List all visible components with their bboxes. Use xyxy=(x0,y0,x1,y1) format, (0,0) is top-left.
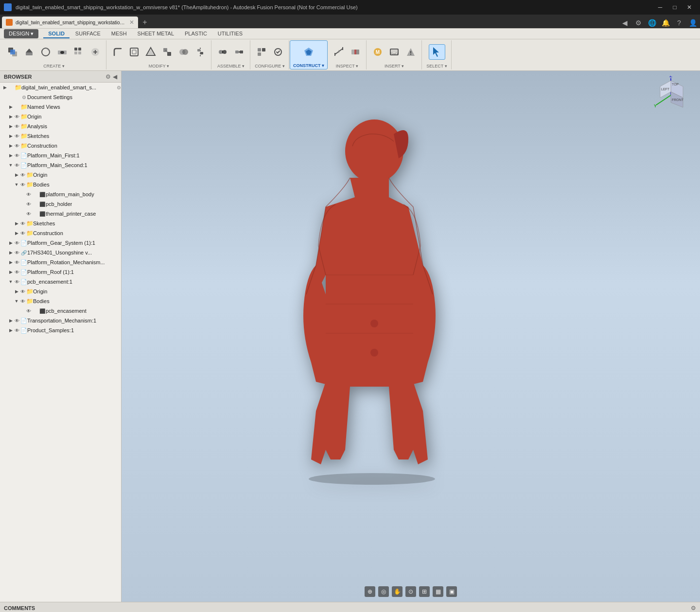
visibility-icon-19[interactable]: 👁 xyxy=(14,259,20,266)
visibility-icon-26[interactable]: 👁 xyxy=(14,327,20,334)
visibility-icon-22[interactable]: 👁 xyxy=(19,288,26,295)
minimize-button[interactable]: ─ xyxy=(653,2,667,12)
active-tab[interactable]: digital_twin_enabled_smart_shipping_work… xyxy=(2,17,138,28)
joint-button[interactable] xyxy=(215,45,230,59)
help-icon[interactable]: ? xyxy=(674,17,684,28)
add-tab-button[interactable]: + xyxy=(139,17,151,28)
item-gear-1[interactable]: ⚙ xyxy=(117,85,121,90)
visibility-icon-25[interactable]: 👁 xyxy=(14,317,20,324)
visibility-icon-18[interactable]: 👁 xyxy=(14,249,20,256)
comments-settings-icon[interactable]: ⚙ xyxy=(691,605,696,612)
toolbar-tab-utilities[interactable]: UTILITIES xyxy=(213,30,247,38)
insert-svg-button[interactable]: SVG xyxy=(386,45,402,59)
toolbar-tab-surface[interactable]: SURFACE xyxy=(70,30,105,38)
visibility-icon-8[interactable]: 👁 xyxy=(14,152,20,159)
visibility-icon-4[interactable]: 👁 xyxy=(14,113,20,120)
construct-btn1[interactable] xyxy=(301,45,316,59)
new-component-button[interactable] xyxy=(5,45,20,59)
maximize-button[interactable]: □ xyxy=(668,2,682,12)
tree-item-8[interactable]: ▶👁📄Platform_Main_First:1 xyxy=(0,151,121,160)
notification-icon[interactable]: 🔔 xyxy=(660,17,671,28)
tree-item-7[interactable]: ▶👁📁Construction xyxy=(0,141,121,151)
tree-item-17[interactable]: ▶👁📄Platform_Gear_System (1):1 xyxy=(0,238,121,248)
tree-item-10[interactable]: ▶👁📁Origin xyxy=(0,170,121,180)
visibility-icon-12[interactable]: 👁 xyxy=(25,191,32,198)
visibility-icon-6[interactable]: 👁 xyxy=(14,133,20,139)
measure-button[interactable] xyxy=(331,45,347,59)
draft-button[interactable] xyxy=(143,45,158,59)
tree-item-1[interactable]: ▶📁digital_twin_enabled_smart_s...⚙ xyxy=(0,83,121,92)
tree-item-14[interactable]: 👁⬛thermal_printer_case xyxy=(0,209,121,219)
vp-display-icon[interactable]: ⊞ xyxy=(419,586,430,597)
tree-item-19[interactable]: ▶👁📄Platform_Rotation_Mechanism... xyxy=(0,257,121,267)
tree-item-15[interactable]: ▶👁📁Sketches xyxy=(0,219,121,228)
design-mode-dropdown[interactable]: DESIGN ▾ xyxy=(4,29,38,38)
vp-camera-icon[interactable]: ◎ xyxy=(378,586,389,597)
tree-item-18[interactable]: ▶👁🔗17HS3401_Usongshine v... xyxy=(0,248,121,257)
toolbar-tab-mesh[interactable]: MESH xyxy=(106,30,132,38)
vp-zoom-icon[interactable]: ⊙ xyxy=(405,586,416,597)
close-button[interactable]: ✕ xyxy=(682,2,696,12)
vp-grid-icon[interactable]: ▦ xyxy=(433,586,443,597)
select-button[interactable] xyxy=(429,44,445,60)
interference-button[interactable] xyxy=(348,45,363,59)
tree-item-4[interactable]: ▶👁📁Origin xyxy=(0,112,121,121)
modify-fillet-button[interactable] xyxy=(110,45,125,59)
visibility-icon-10[interactable]: 👁 xyxy=(19,171,26,178)
create-more-button[interactable] xyxy=(88,45,103,59)
visibility-icon-5[interactable]: 👁 xyxy=(14,123,20,130)
view-cube[interactable]: Z Y TOP LEFT FRONT xyxy=(651,76,690,115)
visibility-icon-20[interactable]: 👁 xyxy=(14,269,20,275)
settings-icon[interactable]: ⚙ xyxy=(633,17,644,28)
as-built-joint-button[interactable] xyxy=(231,45,247,59)
back-icon[interactable]: ◀ xyxy=(619,17,630,28)
config-btn2[interactable] xyxy=(270,45,286,59)
tree-item-20[interactable]: ▶👁📄Platform_Roof (1):1 xyxy=(0,267,121,277)
vp-effects-icon[interactable]: ▣ xyxy=(446,586,457,597)
browser-settings-icon[interactable]: ⚙ xyxy=(105,73,111,80)
account-icon[interactable]: 👤 xyxy=(687,17,698,28)
tree-item-2[interactable]: ⚙Document Settings xyxy=(0,92,121,102)
align-button[interactable] xyxy=(192,45,208,59)
visibility-icon-7[interactable]: 👁 xyxy=(14,142,20,149)
visibility-icon-21[interactable]: 👁 xyxy=(14,278,20,285)
vp-pan-icon[interactable]: ✋ xyxy=(392,586,402,597)
tree-item-13[interactable]: 👁⬛pcb_holder xyxy=(0,199,121,209)
tree-item-24[interactable]: 👁⬛pcb_encasement xyxy=(0,306,121,316)
tree-item-21[interactable]: ▼👁📄pcb_encasement:1 xyxy=(0,277,121,287)
toolbar-tab-plastic[interactable]: PLASTIC xyxy=(180,30,212,38)
toolbar-tab-solid[interactable]: SOLID xyxy=(43,30,70,38)
revolve-button[interactable] xyxy=(38,45,53,59)
toolbar-tab-sheet-metal[interactable]: SHEET METAL xyxy=(133,30,179,38)
visibility-icon-13[interactable]: 👁 xyxy=(25,201,32,207)
tree-item-16[interactable]: ▶👁📁Construction xyxy=(0,228,121,238)
combine-button[interactable] xyxy=(176,45,192,59)
viewport[interactable]: Z Y TOP LEFT FRONT ⊕ ◎ ✋ ⊙ ⊞ xyxy=(122,71,700,602)
tree-item-22[interactable]: ▶👁📁Origin xyxy=(0,287,121,296)
tree-item-11[interactable]: ▼👁📁Bodies xyxy=(0,180,121,189)
browser-collapse-icon[interactable]: ◀ xyxy=(113,73,117,80)
shell-button[interactable] xyxy=(126,45,142,59)
hole-button[interactable] xyxy=(54,45,70,59)
tree-item-26[interactable]: ▶👁📄Product_Samples:1 xyxy=(0,325,121,335)
visibility-icon-9[interactable]: 👁 xyxy=(14,162,20,169)
insert-decal-button[interactable] xyxy=(403,45,419,59)
tree-item-25[interactable]: ▶👁📄Transportation_Mechanism:1 xyxy=(0,316,121,325)
vp-home-icon[interactable]: ⊕ xyxy=(365,586,375,597)
visibility-icon-15[interactable]: 👁 xyxy=(19,220,26,227)
pattern-button[interactable] xyxy=(71,45,87,59)
web-icon[interactable]: 🌐 xyxy=(647,17,657,28)
config-btn1[interactable] xyxy=(254,45,269,59)
tab-close-button[interactable]: ✕ xyxy=(129,19,134,26)
tree-item-6[interactable]: ▶👁📁Sketches xyxy=(0,131,121,141)
insert-mcmaster-button[interactable]: M xyxy=(370,45,385,59)
visibility-icon-17[interactable]: 👁 xyxy=(14,239,20,246)
visibility-icon-11[interactable]: 👁 xyxy=(19,181,26,188)
scale-button[interactable] xyxy=(159,45,175,59)
tree-item-5[interactable]: ▶👁📁Analysis xyxy=(0,121,121,131)
visibility-icon-24[interactable]: 👁 xyxy=(25,307,32,314)
extrude-button[interactable] xyxy=(21,45,37,59)
tree-item-9[interactable]: ▼👁📄Platform_Main_Second:1 xyxy=(0,160,121,170)
tree-item-12[interactable]: 👁⬛platform_main_body xyxy=(0,189,121,199)
tree-item-3[interactable]: ▶📁Named Views xyxy=(0,102,121,112)
